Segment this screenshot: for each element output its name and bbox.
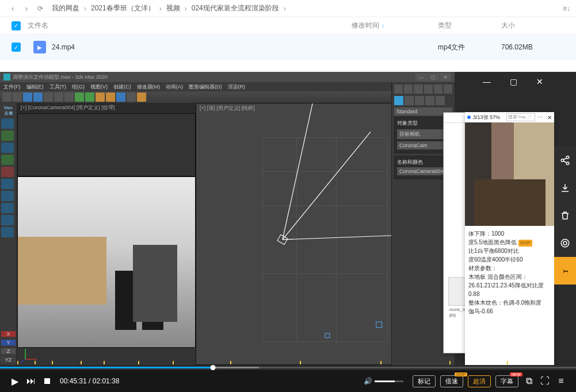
lp-icon-10[interactable] [1, 227, 14, 237]
tb-mirror-icon[interactable] [96, 93, 105, 102]
cmd-tab-util[interactable] [444, 84, 452, 94]
select-all-checkbox[interactable]: ✓ [12, 21, 21, 30]
cmd-tab-hier[interactable] [414, 84, 422, 94]
menu-file[interactable]: 文件(F) [3, 83, 21, 91]
cmd-sub-shape[interactable] [405, 96, 414, 105]
menu-modifier[interactable]: 修改器(M) [137, 83, 161, 91]
delete-button[interactable] [554, 202, 576, 229]
share-button[interactable] [554, 147, 576, 174]
player-timeline[interactable] [0, 364, 576, 370]
lp-icon-8[interactable] [1, 203, 14, 213]
download-button[interactable] [554, 174, 576, 202]
max-titlebar: 调整演示文件功能型.max - 3ds Max 2020 — ▢ ✕ [0, 72, 455, 82]
ref-menu-icon[interactable]: ⋯ [537, 114, 543, 120]
pip-button[interactable]: ⧉ [521, 373, 537, 389]
cmd-sub-cam[interactable] [425, 96, 434, 105]
speed-button[interactable]: 倍速 SVIP [440, 375, 463, 387]
cmd-tab-create[interactable] [394, 84, 403, 94]
max-close[interactable]: ✕ [440, 73, 451, 81]
menu-graph[interactable]: 图形编辑器(D) [189, 83, 222, 91]
max-max[interactable]: ▢ [428, 73, 439, 81]
sort-toggle[interactable]: ≡↓ [563, 5, 570, 13]
playlist-button[interactable]: ≡ [553, 373, 569, 389]
col-size-header[interactable]: 大小 [501, 21, 564, 30]
tb-render-icon[interactable] [137, 93, 146, 102]
viewport-wireframe[interactable] [17, 113, 196, 176]
tb-link-icon[interactable] [23, 93, 32, 102]
cmd-tab-display[interactable] [434, 84, 443, 94]
tb-scale-icon[interactable] [64, 93, 74, 102]
cmd-opt-corona[interactable]: CoronaCam [397, 141, 449, 149]
menu-anim[interactable]: 动画(A) [166, 83, 183, 91]
lp-icon-5[interactable] [1, 167, 14, 177]
file-name[interactable]: 24.mp4 [52, 43, 352, 51]
tb-angle-icon[interactable] [85, 93, 94, 102]
menu-view[interactable]: 视图(V) [90, 83, 108, 91]
subtitle-button[interactable]: 字幕 NEW [495, 375, 518, 387]
file-checkbox[interactable]: ✓ [12, 43, 21, 52]
lp-icon-2[interactable] [1, 130, 14, 141]
tb-rotate-icon[interactable] [54, 93, 63, 102]
quality-button[interactable]: 超清 [468, 375, 491, 387]
menu-group[interactable]: 组(G) [72, 83, 85, 91]
max-min[interactable]: — [415, 73, 427, 81]
stop-button[interactable]: ⏹ [39, 373, 55, 389]
col-type-header[interactable]: 类型 [438, 21, 501, 30]
reference-window[interactable]: 3/13张 57% 搜索"ma..." ⋯ ✕ 体下降：1000 度5.5地面黑… [465, 112, 554, 365]
tb-snap-icon[interactable] [75, 93, 84, 102]
mark-button[interactable]: 标记 [413, 375, 436, 387]
axis-x[interactable]: X [1, 331, 16, 337]
lp-icon-1[interactable] [1, 118, 14, 129]
crumb-1[interactable]: 2021春季班（文洋） [91, 3, 155, 13]
viewport-camera-render[interactable] [17, 176, 196, 348]
lp-icon-4[interactable] [1, 155, 14, 165]
tb-layer-icon[interactable] [116, 93, 125, 102]
pin-button[interactable] [554, 257, 576, 285]
ref-search[interactable]: 搜索"ma..." [506, 113, 535, 121]
tb-select-icon[interactable] [33, 93, 43, 102]
cmd-tab-modify[interactable] [404, 84, 413, 94]
tb-move-icon[interactable] [44, 93, 53, 102]
menu-edit[interactable]: 编辑(E) [26, 83, 44, 91]
menu-tools[interactable]: 工具(T) [49, 83, 67, 91]
cmd-camera-name[interactable]: CoronaCamera004 [397, 167, 449, 175]
tb-undo-icon[interactable] [2, 93, 12, 102]
tb-redo-icon[interactable] [13, 93, 22, 102]
cmd-opt-target[interactable]: 目标相机 [397, 129, 449, 139]
ref-image[interactable] [465, 122, 554, 226]
nav-forward[interactable]: › [20, 2, 33, 16]
lp-icon-9[interactable] [1, 215, 14, 225]
vp-camera-label[interactable]: [+] [CoronaCamera004] [用户定义] [纹理] [17, 103, 196, 113]
volume-slider[interactable] [375, 381, 403, 382]
note-5: 材质参数： [468, 264, 551, 272]
col-name-header[interactable]: 文件名 [28, 21, 352, 30]
timeline-thumb[interactable] [211, 365, 216, 370]
tb-mat-icon[interactable] [127, 93, 136, 102]
fullscreen-button[interactable]: ⛶ [537, 373, 553, 389]
crumb-root[interactable]: 我的网盘 [52, 3, 79, 13]
cmd-tab-motion[interactable] [424, 84, 433, 94]
menu-create[interactable]: 创建(C) [113, 83, 131, 91]
tb-align-icon[interactable] [106, 93, 115, 102]
lp-icon-3[interactable] [1, 143, 14, 153]
axis-z[interactable]: Z [1, 348, 16, 354]
lp-icon-6[interactable] [1, 179, 14, 189]
axis-y[interactable]: Y [1, 340, 16, 345]
play-button[interactable]: ▶ [7, 373, 23, 389]
nav-back[interactable]: ‹ [6, 2, 20, 16]
volume-control[interactable]: 🔊 [364, 377, 403, 385]
record-button[interactable] [554, 229, 576, 257]
crumb-2[interactable]: 视频 [166, 3, 180, 13]
col-modified-header[interactable]: 修改时间 ↓ [352, 21, 438, 30]
menu-render[interactable]: 渲染(R) [228, 83, 246, 91]
ref-close[interactable]: ✕ [547, 114, 552, 121]
nav-refresh[interactable]: ⟳ [33, 2, 47, 16]
file-row[interactable]: ✓ ▶ 24.mp4 mp4文件 706.02MB [0, 34, 576, 60]
cmd-sub-light[interactable] [415, 96, 424, 105]
cmd-sub-helper[interactable] [436, 96, 445, 105]
next-button[interactable]: ⏭ [23, 373, 39, 389]
volume-icon[interactable]: 🔊 [364, 377, 372, 385]
lp-icon-7[interactable] [1, 191, 14, 201]
cmd-sub-geom[interactable] [394, 96, 403, 105]
crumb-3[interactable]: 024现代家装全流程渲染阶段 [192, 3, 279, 13]
